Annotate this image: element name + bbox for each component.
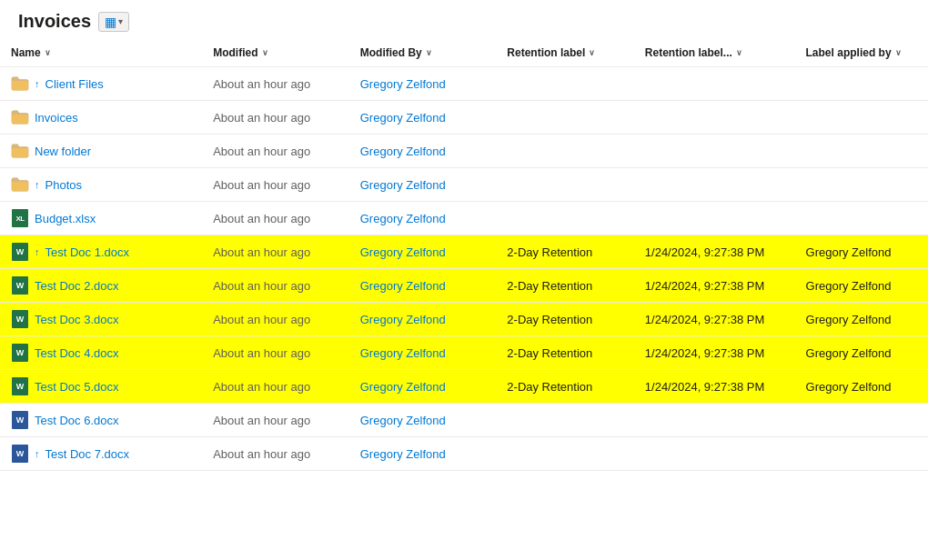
- file-name-link[interactable]: Client Files: [45, 77, 104, 91]
- table-row[interactable]: Invoices About an hour agoGregory Zelfon…: [0, 101, 928, 135]
- label-applied-by-cell: Gregory Zelfond: [795, 269, 928, 303]
- name-cell: W Test Doc 2.docx: [0, 269, 202, 303]
- modified-cell: About an hour ago: [202, 67, 349, 101]
- modified-by-cell: Gregory Zelfond: [349, 135, 497, 168]
- retention-date-cell: [634, 404, 795, 437]
- retention-date-cell: 1/24/2024, 9:27:38 PM: [634, 303, 795, 336]
- modified-by-cell: Gregory Zelfond: [349, 404, 497, 437]
- table-row[interactable]: ↑ Client Files About an hour agoGregory …: [0, 67, 928, 101]
- retention-date-cell: [634, 202, 795, 235]
- sort-icon-modified[interactable]: ∨: [262, 48, 268, 57]
- col-label-name: Name: [11, 46, 41, 59]
- modified-cell: About an hour ago: [202, 370, 349, 404]
- file-name-link[interactable]: Test Doc 3.docx: [35, 313, 119, 326]
- col-label-retentiondate: Retention label...: [645, 46, 732, 59]
- modified-cell: About an hour ago: [202, 404, 349, 437]
- file-icon: XL: [11, 209, 29, 227]
- modified-cell: About an hour ago: [202, 437, 349, 471]
- label-applied-by-cell: [795, 437, 928, 471]
- modified-by-cell: Gregory Zelfond: [349, 101, 497, 135]
- sort-icon-modifiedby[interactable]: ∨: [426, 48, 432, 57]
- pin-icon: ↑: [35, 78, 40, 89]
- file-icon: W: [11, 411, 29, 429]
- file-name-link[interactable]: Budget.xlsx: [35, 212, 96, 225]
- name-cell: XL Budget.xlsx: [0, 202, 202, 235]
- label-applied-by-cell: [795, 101, 928, 135]
- retention-date-cell: 1/24/2024, 9:27:38 PM: [634, 235, 795, 269]
- col-label-modified: Modified: [213, 46, 257, 59]
- file-name-link[interactable]: Test Doc 7.docx: [45, 447, 130, 461]
- modified-by-cell: Gregory Zelfond: [349, 168, 497, 202]
- file-icon: [11, 142, 29, 160]
- col-header-retention: Retention label ∨: [496, 39, 633, 67]
- label-applied-by-cell: [795, 168, 928, 202]
- table-row[interactable]: XL Budget.xlsx About an hour agoGregory …: [0, 202, 928, 235]
- col-label-retention: Retention label: [507, 46, 585, 59]
- retention-label-cell: [496, 168, 633, 202]
- col-header-modifiedby: Modified By ∨: [349, 39, 497, 67]
- file-name-link[interactable]: Invoices: [35, 111, 78, 125]
- name-cell: W Test Doc 4.docx: [0, 336, 202, 370]
- file-name-link[interactable]: Test Doc 1.docx: [45, 245, 130, 259]
- name-cell: New folder: [0, 135, 202, 168]
- col-header-labelby: Label applied by ∨: [795, 39, 928, 67]
- view-toggle-button[interactable]: ▦ ▾: [98, 12, 129, 32]
- file-icon: W: [11, 276, 29, 295]
- table-row[interactable]: W Test Doc 2.docx About an hour agoGrego…: [0, 269, 928, 303]
- modified-by-cell: Gregory Zelfond: [349, 67, 497, 101]
- sort-icon-labelby[interactable]: ∨: [895, 48, 902, 57]
- name-cell: Invoices: [0, 101, 202, 135]
- file-name-link[interactable]: Test Doc 5.docx: [35, 380, 119, 394]
- file-icon: W: [11, 344, 29, 362]
- modified-cell: About an hour ago: [202, 303, 349, 336]
- label-applied-by-cell: [795, 404, 928, 437]
- retention-label-cell: [496, 202, 633, 235]
- retention-label-cell: 2-Day Retention: [496, 370, 633, 404]
- table-row[interactable]: W Test Doc 5.docx About an hour agoGrego…: [0, 370, 928, 404]
- sort-icon-retention[interactable]: ∨: [589, 48, 595, 57]
- chevron-down-icon: ▾: [118, 16, 123, 26]
- table-row[interactable]: W Test Doc 3.docx About an hour agoGrego…: [0, 303, 928, 336]
- retention-label-cell: 2-Day Retention: [496, 303, 633, 336]
- header-row: Name ∨ Modified ∨ Modified By ∨: [0, 39, 928, 67]
- modified-by-cell: Gregory Zelfond: [349, 437, 497, 471]
- table-row[interactable]: W ↑ Test Doc 1.docx About an hour agoGre…: [0, 235, 928, 269]
- sort-icon-name[interactable]: ∨: [45, 48, 51, 57]
- modified-cell: About an hour ago: [202, 269, 349, 303]
- page-header: Invoices ▦ ▾: [0, 0, 928, 39]
- retention-date-cell: 1/24/2024, 9:27:38 PM: [634, 370, 795, 404]
- modified-cell: About an hour ago: [202, 202, 349, 235]
- file-name-link[interactable]: Test Doc 4.docx: [35, 346, 119, 360]
- grid-view-icon: ▦: [105, 15, 116, 29]
- modified-cell: About an hour ago: [202, 135, 349, 168]
- file-name-link[interactable]: Test Doc 6.docx: [35, 414, 119, 427]
- table-row[interactable]: W ↑ Test Doc 7.docx About an hour agoGre…: [0, 437, 928, 471]
- label-applied-by-cell: Gregory Zelfond: [795, 303, 928, 336]
- modified-by-cell: Gregory Zelfond: [349, 336, 497, 370]
- file-name-link[interactable]: Test Doc 2.docx: [35, 279, 119, 293]
- file-name-link[interactable]: Photos: [45, 178, 82, 192]
- sort-icon-retentiondate[interactable]: ∨: [736, 48, 742, 57]
- table-row[interactable]: ↑ Photos About an hour agoGregory Zelfon…: [0, 168, 928, 202]
- name-cell: ↑ Photos: [0, 168, 202, 202]
- retention-date-cell: 1/24/2024, 9:27:38 PM: [634, 269, 795, 303]
- table-row[interactable]: W Test Doc 4.docx About an hour agoGrego…: [0, 336, 928, 370]
- col-label-labelby: Label applied by: [806, 46, 892, 59]
- label-applied-by-cell: Gregory Zelfond: [795, 336, 928, 370]
- label-applied-by-cell: [795, 202, 928, 235]
- label-applied-by-cell: [795, 67, 928, 101]
- modified-by-cell: Gregory Zelfond: [349, 370, 497, 404]
- table-row[interactable]: New folder About an hour agoGregory Zelf…: [0, 135, 928, 168]
- file-name-link[interactable]: New folder: [35, 145, 91, 158]
- file-icon: [11, 175, 29, 194]
- retention-date-cell: [634, 168, 795, 202]
- file-list-container: Name ∨ Modified ∨ Modified By ∨: [0, 39, 928, 471]
- file-icon: [11, 108, 29, 126]
- table-body: ↑ Client Files About an hour agoGregory …: [0, 67, 928, 471]
- pin-icon: ↑: [35, 448, 40, 459]
- modified-by-cell: Gregory Zelfond: [349, 269, 497, 303]
- table-row[interactable]: W Test Doc 6.docx About an hour agoGrego…: [0, 404, 928, 437]
- retention-date-cell: 1/24/2024, 9:27:38 PM: [634, 336, 795, 370]
- pin-icon: ↑: [35, 179, 40, 190]
- name-cell: W Test Doc 5.docx: [0, 370, 202, 404]
